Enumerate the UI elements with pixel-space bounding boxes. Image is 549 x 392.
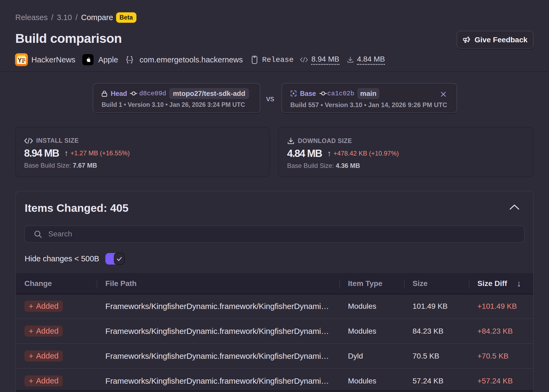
svg-text:Y: Y <box>18 57 22 64</box>
